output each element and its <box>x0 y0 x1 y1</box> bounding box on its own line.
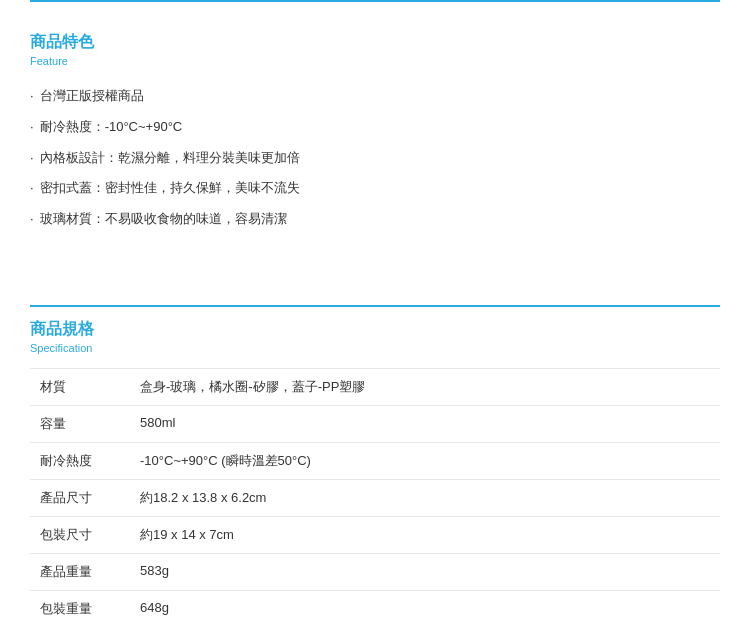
spec-table: 材質盒身-玻璃，橘水圈-矽膠，蓋子-PP塑膠容量580ml耐冷熱度-10°C~+… <box>30 368 720 625</box>
feature-list-item: 密扣式蓋：密封性佳，持久保鮮，美味不流失 <box>30 173 720 204</box>
spec-value: 583g <box>130 553 720 590</box>
feature-list: 台灣正版授權商品耐冷熱度：-10°C~+90°C內格板設計：乾濕分離，料理分裝美… <box>30 81 720 235</box>
spec-label: 產品重量 <box>30 553 130 590</box>
table-row: 包裝重量648g <box>30 590 720 625</box>
spec-label: 包裝重量 <box>30 590 130 625</box>
table-row: 容量580ml <box>30 405 720 442</box>
spec-divider <box>30 305 720 307</box>
spec-value: 約19 x 14 x 7cm <box>130 516 720 553</box>
feature-list-item: 內格板設計：乾濕分離，料理分裝美味更加倍 <box>30 143 720 174</box>
spec-label: 容量 <box>30 405 130 442</box>
spec-value: 約18.2 x 13.8 x 6.2cm <box>130 479 720 516</box>
feature-title-zh: 商品特色 <box>30 32 720 53</box>
table-row: 包裝尺寸約19 x 14 x 7cm <box>30 516 720 553</box>
feature-list-item: 台灣正版授權商品 <box>30 81 720 112</box>
table-row: 產品尺寸約18.2 x 13.8 x 6.2cm <box>30 479 720 516</box>
feature-list-item: 耐冷熱度：-10°C~+90°C <box>30 112 720 143</box>
feature-title-en: Feature <box>30 55 720 67</box>
spec-label: 耐冷熱度 <box>30 442 130 479</box>
table-row: 材質盒身-玻璃，橘水圈-矽膠，蓋子-PP塑膠 <box>30 368 720 405</box>
spec-title-en: Specification <box>30 342 720 354</box>
specification-section: 商品規格 Specification 材質盒身-玻璃，橘水圈-矽膠，蓋子-PP塑… <box>0 319 750 625</box>
table-row: 耐冷熱度-10°C~+90°C (瞬時溫差50°C) <box>30 442 720 479</box>
section-gap <box>0 255 750 305</box>
feature-section: 商品特色 Feature 台灣正版授權商品耐冷熱度：-10°C~+90°C內格板… <box>0 2 750 255</box>
spec-value: 580ml <box>130 405 720 442</box>
spec-label: 材質 <box>30 368 130 405</box>
spec-label: 產品尺寸 <box>30 479 130 516</box>
spec-label: 包裝尺寸 <box>30 516 130 553</box>
table-row: 產品重量583g <box>30 553 720 590</box>
spec-title-zh: 商品規格 <box>30 319 720 340</box>
spec-value: 盒身-玻璃，橘水圈-矽膠，蓋子-PP塑膠 <box>130 368 720 405</box>
feature-list-item: 玻璃材質：不易吸收食物的味道，容易清潔 <box>30 204 720 235</box>
page-wrapper: 商品特色 Feature 台灣正版授權商品耐冷熱度：-10°C~+90°C內格板… <box>0 0 750 625</box>
spec-value: 648g <box>130 590 720 625</box>
spec-value: -10°C~+90°C (瞬時溫差50°C) <box>130 442 720 479</box>
